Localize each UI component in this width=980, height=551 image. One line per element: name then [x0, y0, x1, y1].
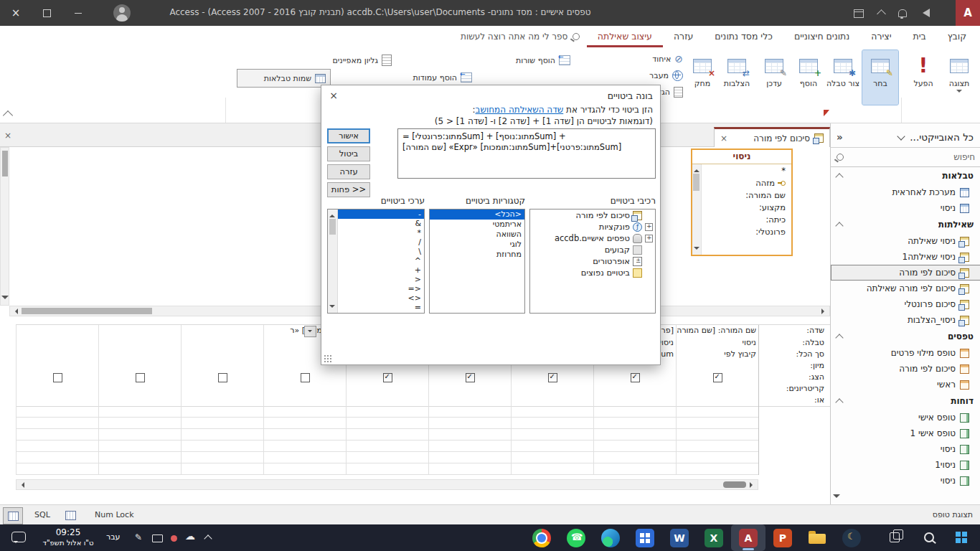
pen-icon[interactable]: ✎ [135, 533, 142, 542]
grid-or-cell[interactable] [346, 395, 428, 406]
ribbon-tab[interactable]: יצירה [860, 26, 902, 47]
minimize-window-icon[interactable] [75, 13, 82, 14]
field-row[interactable]: * [702, 164, 791, 176]
append-button[interactable]: הוסף [791, 50, 826, 105]
ribbon-tab[interactable]: עזרה [663, 26, 704, 47]
upper-pane-vertical-scrollbar[interactable] [0, 147, 9, 306]
access-app-icon[interactable]: A [956, 0, 980, 26]
category-option[interactable]: מחרוזת [430, 250, 524, 260]
nav-row[interactable]: סיכום לפי מורה [831, 265, 980, 281]
grid-total-cell[interactable] [181, 349, 263, 360]
document-tab[interactable]: סיכום לפי מורה × [714, 127, 830, 148]
nav-row[interactable]: טבלאות [831, 167, 980, 184]
category-option[interactable]: לוגי [430, 240, 524, 250]
scroll-down-icon[interactable] [329, 305, 335, 311]
cancel-button[interactable]: ביטול [327, 146, 370, 161]
insert-columns-button[interactable]: הוסף עמודות [399, 70, 472, 85]
nav-row[interactable]: טופס אישי [831, 410, 980, 425]
show-checkbox[interactable] [383, 373, 392, 382]
nav-row[interactable]: ניסוי_הצלבות [831, 312, 980, 328]
taskbar-app[interactable] [559, 524, 593, 551]
grid-total-cell[interactable] [16, 349, 98, 360]
nav-row[interactable]: מערכת לאחראית [831, 184, 980, 200]
value-option[interactable]: = [338, 303, 424, 312]
scrollbar-thumb[interactable] [329, 219, 336, 235]
crosstab-button[interactable]: הצלבות [719, 50, 755, 105]
value-option[interactable]: & [338, 219, 424, 228]
tray-chevron-up-icon[interactable] [204, 534, 212, 542]
close-window-icon[interactable]: × [9, 6, 23, 20]
scrollbar-thumb[interactable] [723, 481, 746, 488]
show-checkbox[interactable] [218, 373, 227, 382]
collapse-ribbon-icon[interactable] [3, 110, 13, 121]
grid-criteria-cell[interactable] [16, 383, 98, 395]
grid-field-cell[interactable]: שם המורה: [שם המורה] [676, 325, 758, 338]
monitor-icon[interactable] [152, 534, 163, 542]
chat-icon[interactable] [11, 532, 26, 542]
chevron-up-icon[interactable] [877, 9, 886, 19]
expander-icon[interactable] [645, 223, 653, 231]
grid-empty-rows[interactable] [16, 406, 758, 475]
scroll-up-icon[interactable] [694, 166, 699, 172]
scroll-down-icon[interactable] [694, 247, 699, 253]
combo-dropdown-icon[interactable] [304, 326, 316, 337]
grid-total-cell[interactable] [98, 349, 181, 360]
taskbar-app[interactable] [834, 524, 869, 551]
expression-element[interactable]: ביטויים נפוצים [530, 267, 655, 278]
nav-row[interactable]: ניסוי שאילתה [831, 233, 980, 249]
grid-criteria-cell[interactable] [676, 383, 758, 395]
taskbar-clock[interactable]: 09:25 ט"ו אלול תשפ"ד [34, 527, 102, 547]
scrollbar-thumb[interactable] [2, 151, 8, 176]
field-row[interactable]: מקצוע: [702, 201, 791, 213]
start-button-icon[interactable] [956, 532, 968, 544]
grid-or-cell[interactable] [428, 395, 511, 406]
chevron-down-icon[interactable] [897, 132, 905, 140]
show-checkbox[interactable] [466, 373, 475, 382]
grid-sort-cell[interactable] [98, 360, 181, 372]
insert-rows-button[interactable]: הוסף שורות [497, 53, 570, 67]
taskbar-app[interactable]: A [731, 524, 765, 551]
expression-textbox[interactable]: = [מתונ:פרונטליSum] + [מתונ:נוסףSum] + [… [397, 128, 656, 179]
grid-total-cell[interactable]: קיבוץ לפי [676, 349, 758, 360]
category-option[interactable]: <הכל> [430, 209, 524, 220]
grid-or-cell[interactable] [511, 395, 593, 406]
grid-criteria-cell[interactable] [98, 383, 181, 395]
task-view-icon[interactable] [890, 532, 900, 542]
section-collapse-icon[interactable] [835, 334, 843, 342]
grid-criteria-cell[interactable] [346, 383, 428, 395]
nav-row[interactable]: ראשי [831, 377, 980, 392]
nav-row[interactable]: ניסוי [831, 200, 980, 216]
design-view-button[interactable] [3, 507, 23, 524]
taskbar-app[interactable] [593, 524, 628, 551]
account-avatar[interactable] [113, 4, 131, 22]
ribbon-tab[interactable]: קובץ [937, 26, 977, 47]
less-button[interactable]: פחות >> [327, 182, 370, 197]
grid-sort-cell[interactable] [181, 360, 263, 372]
nav-row[interactable]: דוחות [831, 392, 980, 410]
nav-scroll-down-icon[interactable] [833, 494, 840, 501]
expression-element[interactable]: אופרטורים [530, 255, 655, 267]
grid-field-cell[interactable] [16, 325, 98, 338]
show-checkbox[interactable] [136, 373, 145, 382]
scroll-right-icon[interactable] [750, 482, 755, 488]
grid-criteria-cell[interactable] [181, 383, 263, 395]
grid-criteria-cell[interactable] [511, 383, 593, 395]
ok-button[interactable]: אישור [327, 128, 370, 143]
run-button[interactable]: ! הפעל [905, 50, 941, 105]
show-checkbox[interactable] [53, 373, 62, 382]
show-checkbox[interactable] [548, 373, 557, 382]
update-button[interactable]: עדכן [756, 50, 792, 105]
nav-search-box[interactable]: חיפוש [831, 148, 980, 167]
nav-row[interactable]: ניסוי שאילתה1 [831, 249, 980, 265]
grid-table-cell[interactable] [181, 337, 263, 349]
tell-me-search[interactable]: ספר לי מה אתה רוצה לעשות [461, 26, 580, 47]
nav-row[interactable]: שאילתות [831, 216, 980, 233]
expression-element[interactable]: סיכום לפי מורה [530, 209, 655, 221]
nav-row[interactable]: טופס מילוי פרטים [831, 345, 980, 361]
value-option[interactable]: <= [338, 284, 424, 293]
help-button[interactable]: עזרה [327, 164, 370, 179]
passthrough-button[interactable]: מעבר [595, 68, 683, 83]
field-list-scrollbar[interactable] [692, 164, 702, 255]
value-option[interactable]: \ [338, 247, 424, 256]
resize-grip[interactable] [324, 354, 331, 362]
